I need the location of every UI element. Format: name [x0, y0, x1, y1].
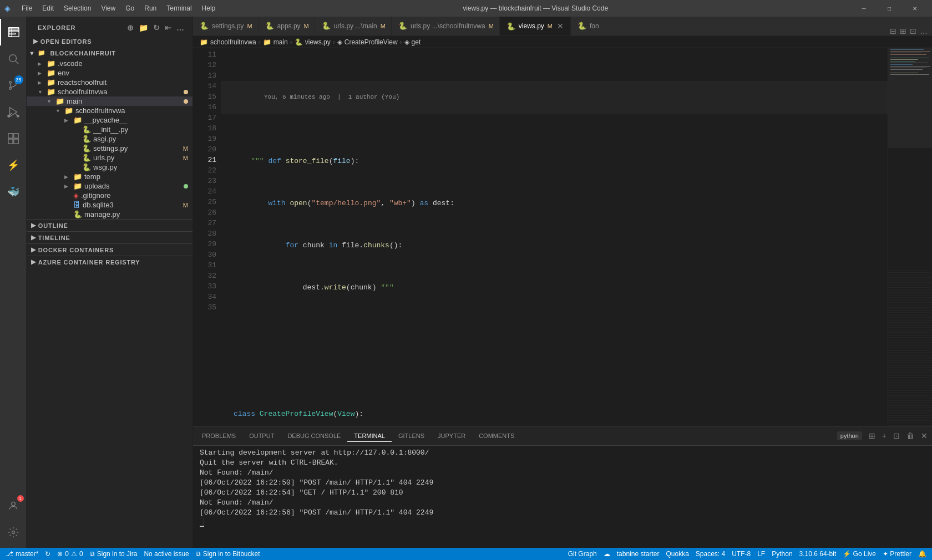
terminal-layout-button[interactable]: ⊡: [891, 430, 902, 441]
collapse-all-icon[interactable]: ⇤: [164, 22, 173, 33]
remote-explorer-activity-item[interactable]: ⚡: [0, 152, 27, 179]
bc-main[interactable]: 📁 main: [263, 38, 288, 46]
terminal-tab-debug-console[interactable]: DEBUG CONSOLE: [281, 430, 347, 442]
bc-views-py[interactable]: 🐍 views.py: [295, 38, 331, 46]
tree-item-init[interactable]: ▶ 🐍 __init__.py: [27, 125, 193, 134]
menu-view[interactable]: View: [97, 3, 120, 13]
status-sign-in-jira[interactable]: ⧉ Sign in to Jira: [87, 548, 141, 560]
explorer-activity-item[interactable]: [0, 19, 27, 45]
extensions-activity-item[interactable]: [0, 125, 27, 152]
views-tab-close[interactable]: ✕: [556, 22, 565, 30]
status-git-graph[interactable]: Git Graph: [565, 548, 600, 560]
docker-header[interactable]: ▶ DOCKER CONTAINERS: [27, 244, 193, 256]
urls-py-name: urls.py: [93, 154, 114, 162]
run-debug-activity-item[interactable]: [0, 99, 27, 125]
terminal-tab-comments[interactable]: COMMENTS: [472, 430, 521, 442]
tree-item-asgi[interactable]: ▶ 🐍 asgi.py: [27, 134, 193, 144]
tab-apps-py[interactable]: 🐍 apps.py M: [259, 17, 315, 35]
bc-get[interactable]: ◈ get: [404, 38, 421, 46]
tree-item-manage-py[interactable]: ▶ 🐍 manage.py: [27, 210, 193, 219]
terminal-new-button[interactable]: +: [880, 430, 889, 441]
status-spaces[interactable]: Spaces: 4: [692, 548, 728, 560]
tree-item-schoolfruitnvwa-sub[interactable]: ▼ 📁 schoolfruitnvwa: [27, 106, 193, 115]
docker-activity-item[interactable]: 🐳: [0, 179, 27, 205]
minimize-button[interactable]: ─: [851, 0, 877, 17]
azure-header[interactable]: ▶ AZURE CONTAINER REGISTRY: [27, 256, 193, 268]
terminal-output[interactable]: Starting development server at http://12…: [193, 446, 932, 548]
tree-item-settings-py[interactable]: ▶ 🐍 settings.py M: [27, 144, 193, 153]
menu-terminal[interactable]: Terminal: [162, 3, 196, 13]
terminal-tab-terminal[interactable]: TERMINAL: [347, 430, 392, 442]
code-editor[interactable]: You, 6 minutes ago | 1 author (You) """ …: [221, 48, 888, 426]
terminal-tab-output[interactable]: OUTPUT: [242, 430, 281, 442]
accounts-activity-item[interactable]: 1: [0, 492, 27, 519]
bc-sep-4: ›: [400, 38, 402, 46]
status-version[interactable]: 3.10.6 64-bit: [796, 548, 840, 560]
bitbucket-icon: ⧉: [196, 550, 201, 558]
status-errors[interactable]: ⊗ 0 ⚠ 0: [54, 548, 86, 560]
new-file-icon[interactable]: ⊕: [126, 22, 135, 33]
tab-urls-schoolfruit[interactable]: 🐍 urls.py ...\schoolfruitnvwa M: [392, 17, 500, 35]
tab-urls-main[interactable]: 🐍 urls.py ...\main M: [315, 17, 392, 35]
refresh-icon[interactable]: ↻: [152, 22, 161, 33]
tree-item-reactschoolfruit[interactable]: ▶ 📁 reactschoolfruit: [27, 78, 193, 87]
tree-item-db[interactable]: ▶ 🗄 db.sqlite3 M: [27, 200, 193, 210]
bc-schoolfruitnvwa[interactable]: 📁 schoolfruitnvwa: [200, 38, 256, 46]
terminal-tab-problems[interactable]: PROBLEMS: [195, 430, 242, 442]
status-tabnine[interactable]: tabnine starter: [614, 548, 663, 560]
svg-marker-7: [9, 108, 17, 117]
status-prettier[interactable]: ✦ Prettier: [879, 548, 915, 560]
status-branch[interactable]: ⎇ master*: [2, 548, 42, 560]
status-remote[interactable]: ☁: [600, 548, 614, 560]
terminal-split-button[interactable]: ⊞: [867, 430, 878, 441]
search-activity-item[interactable]: [0, 45, 27, 72]
restore-button[interactable]: □: [877, 0, 902, 17]
outline-header[interactable]: ▶ OUTLINE: [27, 220, 193, 231]
toggle-sidebar-icon[interactable]: ⊟: [890, 27, 896, 35]
status-language[interactable]: Python: [768, 548, 796, 560]
status-bell[interactable]: 🔔: [915, 548, 930, 560]
manage-activity-item[interactable]: [0, 519, 27, 546]
terminal-tab-gitlens[interactable]: GITLENS: [392, 430, 431, 442]
close-button[interactable]: ✕: [902, 0, 928, 17]
menu-selection[interactable]: Selection: [59, 3, 95, 13]
open-editors-section[interactable]: ▶ OPEN EDITORS: [27, 35, 193, 47]
new-folder-icon[interactable]: 📁: [138, 22, 150, 33]
tree-item-main[interactable]: ▼ 📁 main: [27, 96, 193, 106]
tree-item-schoolfruitnvwa[interactable]: ▼ 📁 schoolfruitnvwa: [27, 87, 193, 96]
status-sign-in-bitbucket[interactable]: ⧉ Sign in to Bitbucket: [193, 548, 264, 560]
status-line-ending[interactable]: LF: [754, 548, 768, 560]
status-encoding[interactable]: UTF-8: [728, 548, 754, 560]
menu-help[interactable]: Help: [197, 3, 220, 13]
tree-item-gitignore[interactable]: ▶ ◈ .gitignore: [27, 191, 193, 200]
tab-settings-py[interactable]: 🐍 settings.py M: [193, 17, 259, 35]
toggle-panel-icon[interactable]: ⊞: [900, 27, 906, 35]
bc-create-profile-view[interactable]: ◈ CreateProfileView: [337, 38, 398, 46]
status-sync[interactable]: ↻: [42, 548, 54, 560]
tab-views-py[interactable]: 🐍 views.py M ✕: [500, 17, 571, 35]
tree-item-env[interactable]: ▶ 📁 env: [27, 68, 193, 78]
root-folder-section[interactable]: ▼ 📁 BLOCKCHAINFRUIT: [27, 47, 193, 59]
menu-edit[interactable]: Edit: [38, 3, 58, 13]
tree-item-uploads[interactable]: ▶ 📁 uploads: [27, 181, 193, 191]
split-editor-icon[interactable]: ⊡: [910, 27, 916, 35]
tree-item-temp[interactable]: ▶ 📁 temp: [27, 172, 193, 181]
tree-item-vscode[interactable]: ▶ 📁 .vscode: [27, 59, 193, 68]
more-actions-editor-icon[interactable]: …: [920, 27, 928, 35]
status-go-live[interactable]: ⚡ Go Live: [839, 548, 879, 560]
timeline-header[interactable]: ▶ TIMELINE: [27, 232, 193, 243]
tree-item-urls-py[interactable]: ▶ 🐍 urls.py M: [27, 153, 193, 162]
source-control-activity-item[interactable]: 35: [0, 72, 27, 99]
menu-run[interactable]: Run: [140, 3, 161, 13]
more-actions-icon[interactable]: …: [175, 22, 186, 33]
menu-file[interactable]: File: [17, 3, 37, 13]
terminal-kill-button[interactable]: 🗑: [904, 430, 916, 441]
status-quokka[interactable]: Quokka: [662, 548, 692, 560]
terminal-close-button[interactable]: ✕: [919, 430, 930, 441]
menu-go[interactable]: Go: [121, 3, 139, 13]
tree-item-wsgi[interactable]: ▶ 🐍 wsgi.py: [27, 162, 193, 172]
status-no-active-issue[interactable]: No active issue: [140, 548, 192, 560]
tab-fon[interactable]: 🐍 fon: [571, 17, 605, 35]
tree-item-pycache[interactable]: ▶ 📁 __pycache__: [27, 115, 193, 125]
terminal-tab-jupyter[interactable]: JUPYTER: [431, 430, 472, 442]
